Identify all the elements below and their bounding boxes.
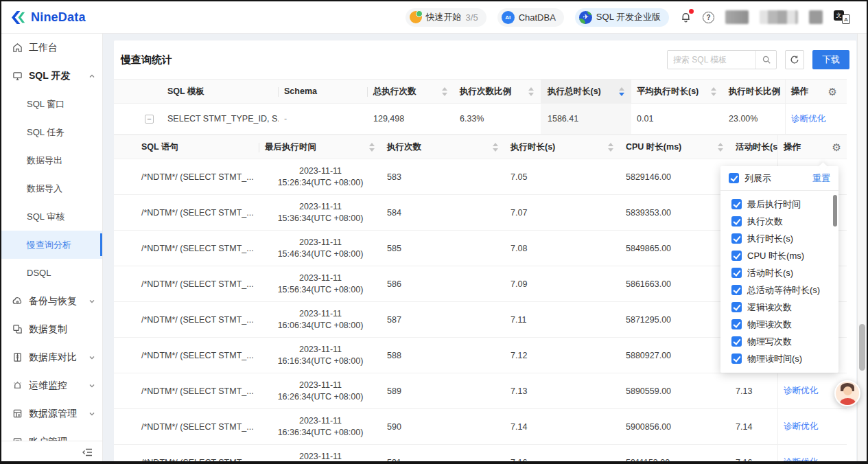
redacted-user-block-2 — [760, 10, 798, 24]
column-display-checkbox[interactable] — [729, 173, 739, 183]
option-checkbox[interactable] — [731, 233, 742, 244]
sql-statement-row-partial: /*NDTM*/ (SELECT STMT_... 2023-11-1116:4… — [114, 445, 847, 463]
sidebar-group-datasource[interactable]: 数据源管理 — [1, 399, 102, 428]
gear-icon[interactable]: ⚙ — [828, 86, 837, 97]
col-exec-duration[interactable]: 执行时长(s) — [505, 135, 620, 159]
collapse-sidebar-icon[interactable] — [82, 448, 93, 457]
popup-option[interactable]: 执行次数 — [720, 213, 838, 230]
popup-option[interactable]: 逻辑读次数 — [720, 299, 838, 316]
sql-statement-text[interactable]: /*NDTM*/ (SELECT STMT_... — [114, 373, 259, 408]
popup-option[interactable]: 总活动等待时长(s) — [720, 281, 838, 299]
notification-dot — [689, 9, 694, 14]
sidebar-group-backup-restore[interactable]: 备份与恢复 — [1, 287, 102, 315]
chatdba-ai-icon: AI — [502, 11, 515, 24]
col-avg-duration[interactable]: 平均执行时长(s) — [631, 80, 723, 103]
search-icon[interactable] — [755, 51, 776, 69]
col-last-exec-time[interactable]: 最后执行时间 — [259, 135, 382, 159]
sql-statement-text[interactable]: /*NDTM*/ (SELECT STMT_... — [114, 266, 259, 301]
quick-start-pill[interactable]: 快速开始 3/5 — [406, 8, 486, 27]
option-checkbox[interactable] — [731, 336, 742, 347]
sort-icon[interactable] — [711, 87, 716, 96]
search-box — [667, 50, 777, 69]
chevron-up-icon — [89, 73, 95, 80]
sidebar-group-ops-monitor[interactable]: 运维监控 — [1, 371, 102, 399]
refresh-button[interactable] — [785, 50, 804, 69]
popup-option[interactable]: 物理写次数 — [720, 333, 838, 350]
popup-option[interactable]: 最后执行时间 — [720, 196, 838, 213]
edition-label: SQL 开发企业版 — [596, 11, 661, 23]
search-input[interactable] — [668, 51, 755, 69]
sidebar-item-sql-task[interactable]: SQL 任务 — [1, 118, 102, 146]
col-cpu-time[interactable]: CPU 时长(ms) — [620, 135, 730, 159]
sidebar-item-data-replication[interactable]: 数据复制 — [1, 315, 102, 343]
col-exec-count[interactable]: 执行次数 — [382, 135, 505, 159]
translate-icon[interactable]: 文 A — [834, 10, 850, 24]
option-checkbox[interactable] — [731, 285, 742, 295]
diagnose-optimize-link[interactable]: 诊断优化 — [784, 456, 818, 463]
popup-option[interactable]: 执行时长(s) — [720, 230, 838, 247]
chatdba-pill[interactable]: AI ChatDBA — [497, 8, 564, 27]
diagnose-optimize-link[interactable]: 诊断优化 — [784, 421, 818, 432]
sort-icon[interactable] — [608, 143, 613, 152]
scrollbar-thumb[interactable] — [859, 324, 865, 371]
monitor-icon — [12, 71, 23, 81]
notification-bell-icon[interactable] — [680, 11, 692, 23]
sidebar-item-data-import[interactable]: 数据导入 — [1, 174, 102, 202]
sidebar-item-workbench[interactable]: 工作台 — [1, 34, 102, 62]
reset-link[interactable]: 重置 — [812, 172, 830, 185]
sort-icon[interactable] — [718, 143, 723, 152]
support-avatar[interactable] — [834, 380, 860, 406]
sidebar-item-sql-review[interactable]: SQL 审核 — [1, 202, 102, 231]
sql-template-text[interactable]: SELECT STMT_TYPE_ID, S... — [162, 104, 279, 134]
option-checkbox[interactable] — [731, 216, 742, 227]
option-checkbox[interactable] — [731, 268, 742, 278]
sidebar-group-db-compare[interactable]: 数据库对比 — [1, 343, 102, 371]
alarm-icon — [12, 380, 23, 391]
sidebar-item-dsql[interactable]: DSQL — [1, 259, 102, 287]
ninedata-logo-icon — [11, 10, 27, 25]
sql-statement-text[interactable]: /*NDTM*/ (SELECT STMT_... — [114, 159, 259, 194]
main-content: 慢查询统计 下载 — [103, 34, 867, 463]
sidebar-group-sql-dev[interactable]: SQL 开发 — [1, 62, 102, 90]
option-checkbox[interactable] — [731, 319, 742, 329]
option-checkbox[interactable] — [731, 302, 742, 312]
popup-option[interactable]: CPU 时长(ms) — [720, 247, 838, 264]
avg-duration-value: 0.01 — [631, 104, 723, 134]
popup-scrollbar-thumb[interactable] — [833, 195, 837, 227]
col-execution-ratio[interactable]: 执行次数比例 — [454, 80, 541, 103]
sidebar-item-slow-query-analysis[interactable]: 慢查询分析 — [1, 231, 102, 259]
sort-icon[interactable] — [369, 143, 375, 152]
diagnose-optimize-link[interactable]: 诊断优化 — [791, 113, 825, 125]
popup-option[interactable]: 物理读次数 — [720, 316, 838, 333]
sort-icon[interactable] — [493, 143, 498, 152]
option-checkbox[interactable] — [731, 251, 742, 261]
edition-globe-icon: ✈ — [579, 11, 592, 24]
sql-statement-text[interactable]: /*NDTM*/ (SELECT STMT_... — [114, 445, 259, 463]
sort-icon-active[interactable] — [619, 87, 624, 96]
sql-statement-text[interactable]: /*NDTM*/ (SELECT STMT_... — [114, 409, 259, 444]
diagnose-optimize-link[interactable]: 诊断优化 — [784, 385, 818, 397]
sidebar-item-sql-window[interactable]: SQL 窗口 — [1, 90, 102, 118]
help-icon[interactable]: ? — [703, 12, 714, 23]
gear-icon[interactable]: ⚙ — [832, 142, 841, 152]
sql-statement-text[interactable]: /*NDTM*/ (SELECT STMT_... — [114, 195, 259, 230]
sidebar-item-data-export[interactable]: 数据导出 — [1, 146, 102, 174]
option-checkbox[interactable] — [731, 353, 742, 364]
collapse-row-button[interactable]: − — [145, 115, 154, 124]
col-total-duration[interactable]: 执行总时长(s) — [541, 80, 631, 103]
col-total-executions[interactable]: 总执行次数 — [368, 80, 454, 103]
top-bar: NineData 快速开始 3/5 AI ChatDBA ✈ SQL 开发企业版 — [1, 1, 867, 34]
brand-logo[interactable]: NineData — [11, 10, 86, 25]
popup-option[interactable]: 物理读时间(s) — [720, 350, 838, 367]
total-executions-value: 129,498 — [368, 104, 454, 134]
option-checkbox[interactable] — [731, 199, 742, 209]
edition-pill[interactable]: ✈ SQL 开发企业版 — [575, 8, 669, 27]
sort-icon[interactable] — [528, 87, 534, 96]
popup-option[interactable]: 活动时长(s) — [720, 264, 838, 281]
sql-statement-text[interactable]: /*NDTM*/ (SELECT STMT_... — [114, 302, 259, 337]
download-button[interactable]: 下载 — [812, 50, 849, 69]
sql-statement-row: /*NDTM*/ (SELECT STMT_... 2023-11-1116:3… — [114, 409, 847, 445]
sort-icon[interactable] — [442, 87, 447, 96]
sql-statement-text[interactable]: /*NDTM*/ (SELECT STMT_... — [114, 338, 259, 373]
sql-statement-text[interactable]: /*NDTM*/ (SELECT STMT_... — [114, 231, 259, 266]
